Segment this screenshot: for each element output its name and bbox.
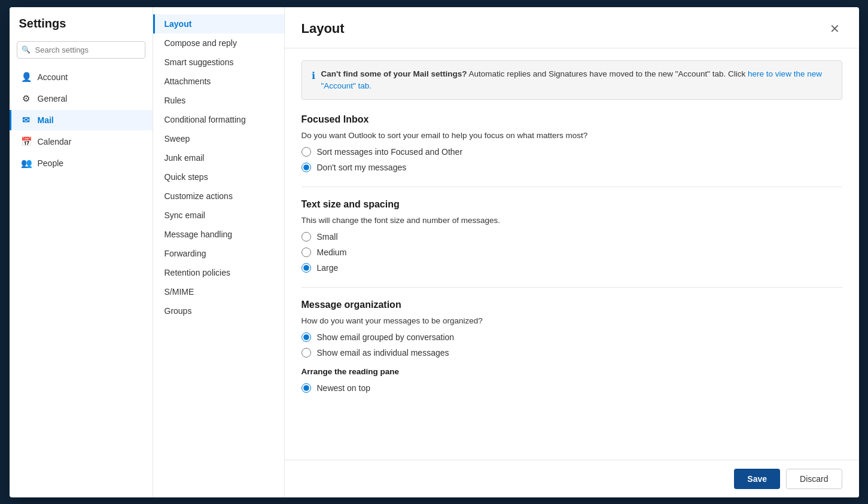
arrange-reading-pane-options: Newest on top — [301, 383, 842, 393]
submenu: Layout Compose and reply Smart suggestio… — [153, 7, 285, 497]
settings-modal: Settings 🔍 👤 Account ⚙ General ✉ Mail — [10, 7, 859, 497]
search-input[interactable] — [17, 41, 145, 59]
focused-inbox-options: Sort messages into Focused and Other Don… — [301, 147, 842, 172]
submenu-item-attachments[interactable]: Attachments — [153, 72, 284, 91]
radio-dont-sort-label[interactable]: Don't sort my messages — [317, 163, 407, 172]
radio-small-input[interactable] — [301, 232, 311, 242]
submenu-item-message-handling[interactable]: Message handling — [153, 225, 284, 244]
radio-medium[interactable]: Medium — [301, 248, 842, 257]
submenu-item-layout[interactable]: Layout — [153, 14, 284, 33]
radio-newest-top-label[interactable]: Newest on top — [317, 383, 371, 393]
radio-large[interactable]: Large — [301, 263, 842, 273]
sidebar-item-account-label: Account — [38, 72, 68, 82]
section-message-org: Message organization How do you want you… — [301, 300, 842, 393]
radio-small[interactable]: Small — [301, 232, 842, 242]
save-button[interactable]: Save — [734, 469, 780, 489]
info-icon: ℹ — [312, 69, 315, 83]
discard-button[interactable]: Discard — [786, 469, 842, 489]
message-org-title: Message organization — [301, 300, 842, 310]
main-scroll: ℹ Can't find some of your Mail settings?… — [285, 48, 859, 460]
calendar-icon: 📅 — [21, 136, 32, 147]
account-icon: 👤 — [21, 72, 32, 83]
sidebar-title: Settings — [10, 17, 153, 40]
divider-2 — [301, 287, 842, 288]
general-icon: ⚙ — [21, 93, 32, 104]
section-text-size: Text size and spacing This will change t… — [301, 199, 842, 273]
submenu-item-smime[interactable]: S/MIME — [153, 282, 284, 301]
sidebar-item-people-label: People — [38, 158, 64, 168]
sidebar-item-calendar[interactable]: 📅 Calendar — [10, 132, 153, 152]
sidebar-item-account[interactable]: 👤 Account — [10, 67, 153, 87]
info-banner-text: Can't find some of your Mail settings? A… — [321, 68, 832, 93]
submenu-item-conditional-formatting[interactable]: Conditional formatting — [153, 110, 284, 129]
radio-grouped-input[interactable] — [301, 332, 311, 342]
main-content: Layout ✕ ℹ Can't find some of your Mail … — [285, 7, 859, 497]
sidebar-item-people[interactable]: 👥 People — [10, 153, 153, 173]
submenu-item-rules[interactable]: Rules — [153, 91, 284, 110]
radio-newest-top[interactable]: Newest on top — [301, 383, 842, 393]
radio-individual-label[interactable]: Show email as individual messages — [317, 348, 449, 358]
radio-large-input[interactable] — [301, 263, 311, 273]
section-focused-inbox: Focused Inbox Do you want Outlook to sor… — [301, 114, 842, 172]
submenu-item-sync-email[interactable]: Sync email — [153, 206, 284, 225]
focused-inbox-desc: Do you want Outlook to sort your email t… — [301, 131, 842, 140]
text-size-title: Text size and spacing — [301, 199, 842, 210]
search-box: 🔍 — [17, 41, 145, 59]
submenu-item-junk-email[interactable]: Junk email — [153, 148, 284, 167]
radio-individual-messages[interactable]: Show email as individual messages — [301, 348, 842, 358]
submenu-item-forwarding[interactable]: Forwarding — [153, 244, 284, 263]
submenu-item-quick-steps[interactable]: Quick steps — [153, 167, 284, 187]
sidebar-item-mail-label: Mail — [38, 115, 54, 125]
message-org-options: Show email grouped by conversation Show … — [301, 332, 842, 358]
submenu-item-compose-reply[interactable]: Compose and reply — [153, 33, 284, 53]
text-size-options: Small Medium Large — [301, 232, 842, 273]
divider-1 — [301, 187, 842, 187]
sidebar: Settings 🔍 👤 Account ⚙ General ✉ Mail — [10, 7, 153, 497]
close-button[interactable]: ✕ — [827, 19, 842, 38]
sidebar-item-calendar-label: Calendar — [38, 137, 72, 146]
radio-individual-input[interactable] — [301, 348, 311, 358]
info-banner-bold: Can't find some of your Mail settings? — [321, 69, 467, 78]
radio-sort-focused-label[interactable]: Sort messages into Focused and Other — [317, 147, 463, 157]
radio-dont-sort[interactable]: Don't sort my messages — [301, 163, 842, 172]
radio-medium-label[interactable]: Medium — [317, 248, 347, 257]
mail-icon: ✉ — [21, 115, 32, 126]
radio-medium-input[interactable] — [301, 248, 311, 257]
sidebar-item-mail[interactable]: ✉ Mail — [10, 110, 153, 130]
radio-sort-focused[interactable]: Sort messages into Focused and Other — [301, 147, 842, 157]
info-banner-normal: Automatic replies and Signatures have mo… — [469, 69, 748, 78]
submenu-item-retention-policies[interactable]: Retention policies — [153, 263, 284, 282]
radio-small-label[interactable]: Small — [317, 232, 338, 242]
main-header: Layout ✕ — [285, 7, 859, 48]
radio-dont-sort-input[interactable] — [301, 163, 311, 172]
main-title: Layout — [301, 21, 345, 36]
message-org-desc: How do you want your messages to be orga… — [301, 316, 842, 325]
radio-newest-top-input[interactable] — [301, 383, 311, 393]
submenu-item-customize-actions[interactable]: Customize actions — [153, 187, 284, 206]
focused-inbox-title: Focused Inbox — [301, 114, 842, 125]
sidebar-item-general-label: General — [38, 94, 68, 103]
text-size-desc: This will change the font size and numbe… — [301, 216, 842, 225]
radio-grouped-conversation[interactable]: Show email grouped by conversation — [301, 332, 842, 342]
sidebar-item-general[interactable]: ⚙ General — [10, 88, 153, 109]
info-banner: ℹ Can't find some of your Mail settings?… — [301, 60, 842, 100]
arrange-reading-pane-label: Arrange the reading pane — [301, 367, 842, 376]
people-icon: 👥 — [21, 158, 32, 169]
search-icon: 🔍 — [22, 45, 31, 54]
radio-large-label[interactable]: Large — [317, 263, 339, 273]
modal-overlay: Settings 🔍 👤 Account ⚙ General ✉ Mail — [0, 0, 868, 504]
radio-grouped-label[interactable]: Show email grouped by conversation — [317, 332, 455, 342]
submenu-item-sweep[interactable]: Sweep — [153, 129, 284, 148]
submenu-item-groups[interactable]: Groups — [153, 301, 284, 320]
modal-footer: Save Discard — [285, 460, 859, 497]
submenu-item-smart-suggestions[interactable]: Smart suggestions — [153, 53, 284, 72]
radio-sort-focused-input[interactable] — [301, 147, 311, 157]
modal-body: Settings 🔍 👤 Account ⚙ General ✉ Mail — [10, 7, 859, 497]
